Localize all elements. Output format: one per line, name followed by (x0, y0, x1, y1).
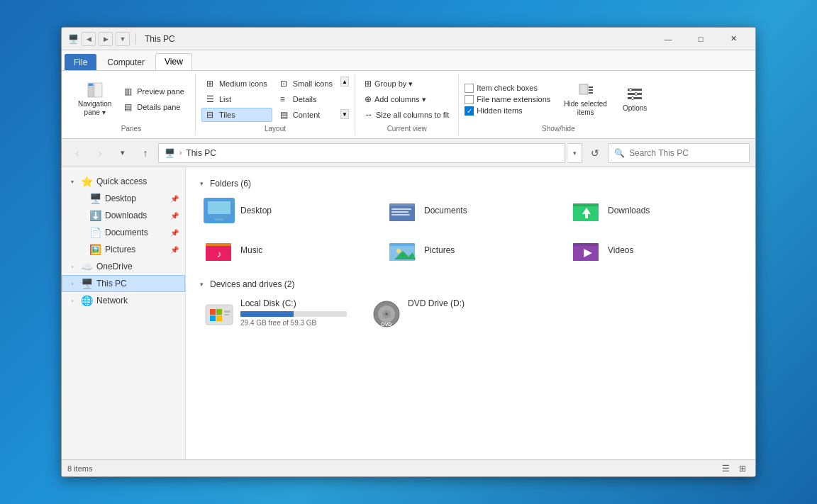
navigation-pane-button[interactable]: Navigationpane ▾ (73, 78, 116, 121)
drives-section-title: Devices and drives (2) (210, 279, 294, 289)
hidden-items-checkbox[interactable]: ✓ Hidden items (465, 106, 550, 116)
pictures-label: Pictures (105, 245, 166, 254)
quick-access-icon: ⭐ (81, 176, 92, 187)
tab-file[interactable]: File (65, 54, 96, 70)
pictures-folder-label: Pictures (424, 245, 455, 255)
tiles-view-button[interactable]: ⊞ (735, 461, 750, 476)
sidebar-item-onedrive[interactable]: › ☁️ OneDrive (62, 258, 185, 275)
tab-view[interactable]: View (155, 53, 192, 70)
address-path[interactable]: 🖥️ › This PC (158, 143, 565, 163)
add-columns-button[interactable]: ⊕ Add columns ▾ (361, 92, 452, 106)
folders-grid: Desktop Documents (197, 193, 744, 268)
layout-scroll-up[interactable]: ▲ (340, 77, 349, 86)
close-button[interactable]: ✕ (717, 28, 750, 50)
back-button[interactable]: ‹ (67, 143, 87, 163)
sidebar-item-quick-access[interactable]: ▾ ⭐ Quick access (62, 173, 185, 190)
maximize-button[interactable]: □ (684, 28, 717, 50)
sidebar: ▾ ⭐ Quick access 🖥️ Desktop 📌 ⬇️ Downloa… (62, 167, 186, 459)
folder-item-desktop[interactable]: Desktop (197, 193, 377, 228)
medium-icons-button[interactable]: ⊞ Medium icons (201, 77, 272, 91)
path-icon: 🖥️ (165, 148, 175, 158)
folder-item-pictures[interactable]: Pictures (381, 233, 560, 268)
quick-access-btn-1[interactable]: ◀ (82, 32, 96, 46)
list-view-button[interactable]: ☰ (718, 461, 733, 476)
list-button[interactable]: ☰ List (201, 92, 272, 106)
hide-selected-items-button[interactable]: Hide selecteditems (559, 78, 612, 121)
up-button[interactable]: ↑ (135, 143, 155, 163)
panes-label: Panes (121, 123, 141, 133)
svg-rect-14 (208, 201, 230, 214)
content-label: Content (293, 111, 321, 119)
hide-selected-label: Hide selecteditems (564, 100, 607, 117)
quick-access-dropdown[interactable]: ▼ (116, 32, 130, 46)
content-button[interactable]: ▤ Content (275, 108, 338, 122)
pictures-expand-placeholder (77, 245, 85, 254)
preview-pane-button[interactable]: ▥ Preview pane (119, 84, 189, 99)
layout-scroll-group: ⊞ Medium icons ☰ List ⊟ Tiles (201, 77, 349, 122)
sidebar-item-desktop[interactable]: 🖥️ Desktop 📌 (62, 190, 185, 207)
drives-section-header: ▾ Devices and drives (2) (197, 274, 744, 293)
medium-icons-icon: ⊞ (206, 79, 216, 89)
hide-selected-icon (577, 82, 594, 99)
sidebar-item-network[interactable]: › 🌐 Network (62, 292, 185, 309)
svg-text:DVD: DVD (382, 322, 392, 327)
file-name-extensions-checkbox[interactable]: File name extensions (465, 95, 550, 104)
item-check-boxes-checkbox[interactable]: Item check boxes (465, 84, 550, 93)
downloads-folder-label: Downloads (608, 206, 650, 215)
list-label: List (219, 95, 231, 103)
folder-item-documents[interactable]: Documents (381, 193, 560, 228)
local-disk-bar-container (240, 311, 347, 317)
details-button[interactable]: ≡ Details (275, 92, 338, 106)
options-button[interactable]: Options (618, 82, 652, 116)
tiles-button[interactable]: ⊟ Tiles (201, 108, 272, 122)
folder-item-downloads[interactable]: Downloads (565, 193, 744, 228)
minimize-button[interactable]: — (652, 28, 684, 50)
pictures-folder-icon (387, 237, 418, 263)
onedrive-icon: ☁️ (81, 261, 92, 272)
folders-toggle[interactable]: ▾ (197, 179, 206, 188)
details-pane-button[interactable]: ▤ Details pane (119, 100, 189, 114)
desktop-icon: 🖥️ (89, 193, 101, 204)
layout-scroll-down[interactable]: ▼ (340, 109, 349, 119)
small-icons-button[interactable]: ⊡ Small icons (275, 77, 338, 91)
this-pc-icon: 🖥️ (81, 278, 92, 289)
hidden-items-box: ✓ (465, 106, 474, 116)
forward-button[interactable]: › (90, 143, 110, 163)
sidebar-item-downloads[interactable]: ⬇️ Downloads 📌 (62, 207, 185, 224)
documents-expand-placeholder (77, 228, 85, 237)
details-pane-label: Details pane (137, 103, 180, 111)
content-area: ▾ Folders (6) Desktop (186, 167, 755, 459)
documents-pin-icon: 📌 (170, 229, 179, 237)
search-input[interactable] (629, 148, 743, 158)
folder-item-music[interactable]: ♪ Music (197, 233, 377, 268)
desktop-folder-label: Desktop (240, 206, 272, 215)
address-dropdown[interactable]: ▾ (568, 143, 582, 163)
drive-item-dvd[interactable]: DVD DVD Drive (D:) (365, 293, 521, 335)
svg-rect-19 (391, 208, 411, 210)
refresh-button[interactable]: ↺ (585, 143, 605, 163)
dropdown-button[interactable]: ▾ (113, 143, 133, 163)
window-icon: 🖥️ (67, 33, 79, 45)
show-hide-label: Show/hide (542, 123, 575, 133)
sidebar-item-pictures[interactable]: 🖼️ Pictures 📌 (62, 241, 185, 258)
downloads-icon: ⬇️ (89, 210, 101, 221)
drive-item-local-disk[interactable]: Local Disk (C:) 29.4 GB free of 59.3 GB (197, 293, 353, 335)
tab-computer[interactable]: Computer (98, 54, 154, 70)
sidebar-item-documents[interactable]: 📄 Documents 📌 (62, 224, 185, 241)
navigation-pane-icon (87, 82, 104, 99)
add-columns-label: Add columns ▾ (374, 95, 426, 104)
svg-rect-40 (224, 310, 230, 313)
svg-point-11 (635, 93, 638, 96)
videos-folder-icon (571, 237, 602, 263)
drives-toggle[interactable]: ▾ (197, 280, 206, 289)
svg-rect-21 (391, 214, 410, 215)
size-all-columns-button[interactable]: ↔ Size all columns to fit (361, 108, 452, 122)
group-by-button[interactable]: ⊞ Group by ▾ (361, 77, 452, 91)
folder-item-videos[interactable]: Videos (565, 233, 744, 268)
current-view-content: ⊞ Group by ▾ ⊕ Add columns ▾ ↔ Size all … (361, 77, 452, 122)
layout-content: ⊞ Medium icons ☰ List ⊟ Tiles (201, 77, 349, 122)
file-name-ext-label: File name extensions (477, 95, 550, 103)
quick-access-btn-2[interactable]: ▶ (99, 32, 113, 46)
network-label: Network (96, 296, 179, 306)
sidebar-item-this-pc[interactable]: › 🖥️ This PC (62, 275, 185, 292)
